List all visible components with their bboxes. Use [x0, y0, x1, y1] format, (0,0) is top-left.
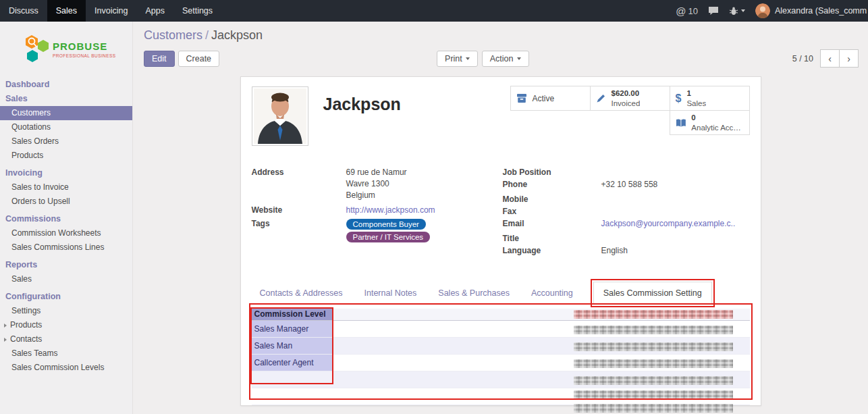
- create-button[interactable]: Create: [178, 51, 220, 67]
- sidebar-item-quotations[interactable]: Quotations: [0, 120, 132, 134]
- stat-buttons: Active $620.00 Invoiced $: [510, 86, 750, 149]
- logo-subtitle: PROFESSIONAL BUSINESS: [53, 53, 115, 58]
- redacted-blur: [574, 326, 733, 334]
- redacted-blur: [574, 376, 733, 385]
- breadcrumb-customers-link[interactable]: Customers: [144, 28, 202, 42]
- sidebar-item-sales-commissions-lines[interactable]: Sales Commissions Lines: [0, 240, 132, 255]
- sidebar-heading-sales[interactable]: Sales: [0, 92, 132, 106]
- commission-level-cell: Sales Manager: [252, 321, 333, 337]
- pencil-icon: [596, 93, 606, 103]
- breadcrumb-current: Jackpson: [211, 28, 263, 42]
- sidebar-item-commission-worksheets[interactable]: Commission Worksheets: [0, 226, 132, 240]
- print-dropdown-button[interactable]: Print: [437, 51, 478, 67]
- form-sheet: Jackpson Active: [240, 76, 761, 406]
- phone-label: Phone: [503, 180, 601, 189]
- sidebar-item-config-contacts[interactable]: Contacts: [0, 332, 132, 346]
- redacted-blur: [574, 404, 733, 413]
- tab-accounting[interactable]: Accounting: [530, 282, 574, 304]
- sidebar-item-products[interactable]: Products: [0, 149, 132, 163]
- tab-contacts-addresses[interactable]: Contacts & Addresses: [259, 282, 344, 304]
- pager-count: 5 / 10: [792, 54, 813, 63]
- fields-right-column: Job Position Phone +32 10 588 558 Mobile…: [503, 167, 750, 257]
- archive-icon: [516, 93, 527, 103]
- website-link[interactable]: http://www.jackpson.com: [346, 205, 435, 215]
- sidebar-item-sales-commission-levels[interactable]: Sales Commission Levels: [0, 361, 132, 375]
- tags-value: Components Buyer Partner / IT Services: [346, 219, 431, 244]
- menu-sales[interactable]: Sales: [47, 0, 86, 22]
- caret-down-icon: [741, 9, 745, 12]
- tab-sales-purchases[interactable]: Sales & Purchases: [437, 282, 511, 304]
- title-label: Title: [503, 234, 601, 244]
- breadcrumb-separator: /: [202, 28, 211, 42]
- email-label: Email: [503, 219, 601, 228]
- menu-apps[interactable]: Apps: [136, 0, 173, 22]
- sidebar-item-config-products[interactable]: Products: [0, 318, 132, 332]
- sidebar-heading-commissions[interactable]: Commissions: [0, 212, 132, 226]
- topbar: Discuss Sales Invoicing Apps Settings @ …: [0, 0, 868, 22]
- at-icon: @: [676, 5, 686, 17]
- sidebar-item-orders-to-upsell[interactable]: Orders to Upsell: [0, 195, 132, 209]
- language-label: Language: [503, 246, 601, 255]
- job-position-label: Job Position: [503, 167, 601, 178]
- sidebar-heading-dashboard[interactable]: Dashboard: [0, 78, 132, 92]
- email-link[interactable]: Jackpson@yourcompany.example.c..: [601, 219, 736, 228]
- redacted-blur: [574, 390, 733, 399]
- tab-sales-commission-setting[interactable]: Sales Commission Setting: [593, 282, 712, 305]
- sidebar-heading-configuration[interactable]: Configuration: [0, 290, 132, 304]
- sidebar-item-settings[interactable]: Settings: [0, 304, 132, 318]
- caret-down-icon: [517, 57, 521, 60]
- active-toggle-button[interactable]: Active: [510, 86, 591, 111]
- phone-value: +32 10 588 558: [601, 180, 658, 189]
- action-dropdown-button[interactable]: Action: [482, 51, 529, 67]
- commission-level-cell: [252, 388, 333, 405]
- mobile-label: Mobile: [503, 195, 601, 205]
- address-label: Address: [252, 167, 346, 202]
- sidebar-item-label: Products: [10, 318, 42, 332]
- probuse-logo: PROBUSE PROFESSIONAL BUSINESS: [0, 22, 132, 74]
- customer-photo: [252, 86, 308, 146]
- control-panel-buttons: Edit Create Print Action 5 / 10 ‹ ›: [144, 49, 859, 68]
- commission-level-cell: Sales Man: [252, 338, 333, 354]
- pager-next-button[interactable]: ›: [839, 49, 859, 68]
- pager: 5 / 10 ‹ ›: [792, 49, 859, 68]
- debug-menu-button[interactable]: [729, 6, 745, 16]
- edit-button[interactable]: Edit: [144, 51, 175, 67]
- tab-internal-notes[interactable]: Internal Notes: [362, 282, 418, 304]
- address-value: 69 rue de Namur Wavre 1300 Belgium: [346, 167, 407, 202]
- chat-icon[interactable]: [708, 6, 719, 16]
- sidebar-nav: Dashboard Sales Customers Quotations Sal…: [0, 78, 132, 375]
- tag-partner-it-services: Partner / IT Services: [346, 232, 431, 242]
- menu-discuss[interactable]: Discuss: [0, 0, 47, 22]
- sidebar-item-customers[interactable]: Customers: [0, 106, 132, 120]
- fields-left-column: Address 69 rue de Namur Wavre 1300 Belgi…: [252, 167, 503, 257]
- mentions-button[interactable]: @ 10: [676, 5, 698, 17]
- sidebar-item-sales-teams[interactable]: Sales Teams: [0, 346, 132, 361]
- column-header-commission-level[interactable]: Commission Level: [252, 309, 333, 320]
- pager-previous-button[interactable]: ‹: [820, 49, 840, 68]
- redacted-blur: [574, 359, 733, 368]
- menu-settings[interactable]: Settings: [173, 0, 221, 22]
- topbar-right: @ 10: [676, 0, 868, 22]
- logo-title: PROBUSE: [53, 41, 115, 52]
- sidebar-item-sales-to-invoice[interactable]: Sales to Invoice: [0, 180, 132, 195]
- sidebar-heading-invoicing[interactable]: Invoicing: [0, 166, 132, 180]
- sheet-header: Jackpson Active: [252, 86, 750, 149]
- probuse-logo-icon: [23, 34, 50, 65]
- user-menu[interactable]: Alexandra (Sales_comm..: [755, 3, 867, 18]
- menu-invoicing[interactable]: Invoicing: [86, 0, 136, 22]
- tags-label: Tags: [252, 219, 346, 244]
- form-fields: Address 69 rue de Namur Wavre 1300 Belgi…: [252, 167, 750, 257]
- chevron-right-icon: [4, 324, 7, 328]
- main-content: Customers/Jackpson Edit Create Print Act…: [133, 22, 868, 414]
- sidebar-heading-reports[interactable]: Reports: [0, 258, 132, 272]
- invoiced-stat-button[interactable]: $620.00 Invoiced: [590, 86, 670, 111]
- sidebar-item-sales-orders[interactable]: Sales Orders: [0, 134, 132, 149]
- analytic-accounts-stat-button[interactable]: 0 Analytic Acco...: [670, 110, 750, 135]
- redacted-blur: [574, 342, 733, 351]
- sidebar-item-reports-sales[interactable]: Sales: [0, 272, 132, 286]
- user-avatar: [755, 3, 770, 18]
- page-title: Jackpson: [323, 95, 401, 149]
- control-panel: Customers/Jackpson Edit Create Print Act…: [133, 22, 868, 68]
- sales-stat-button[interactable]: $ 1 Sales: [670, 86, 750, 111]
- chevron-right-icon: [4, 338, 7, 342]
